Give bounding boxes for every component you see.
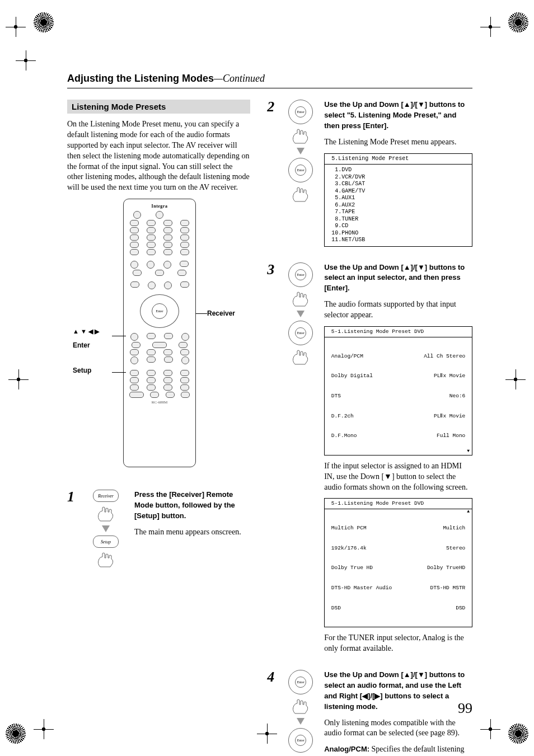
- osd-cell: Dolby True HD: [328, 565, 373, 571]
- step1-bold: Press the [Receiver] Remote Mode button,…: [134, 490, 235, 520]
- enter-center: Enter: [295, 106, 306, 118]
- osd-cell: DTS-HD MSTR: [430, 585, 469, 591]
- osd-cell: All Ch Stereo: [424, 353, 469, 360]
- arrow-down-icon: [297, 718, 305, 725]
- label: Analog/PCM:: [324, 745, 369, 753]
- osd-cell: D.F.2ch: [328, 413, 354, 420]
- registration-mark: [508, 12, 528, 32]
- hand-press-icon: [289, 186, 312, 203]
- hand-press-icon: [289, 128, 312, 144]
- left-column: Listening Mode Presets On the Listening …: [67, 100, 250, 756]
- crop-mark: [505, 369, 526, 389]
- step1-icons: Receiver Setup: [86, 490, 125, 568]
- step-2: 2 Enter Enter: [267, 100, 472, 252]
- t: ]/[: [411, 100, 418, 109]
- hand-press-icon: [289, 698, 312, 715]
- arrow-down-icon: [297, 311, 305, 317]
- osd-cell: Neo:6: [449, 393, 469, 400]
- osd-title: 5-1.Listening Mode Preset DVD: [325, 499, 472, 509]
- t: Use the Up and Down [: [324, 670, 404, 679]
- page-number: 99: [458, 700, 472, 717]
- crop-mark: [16, 50, 36, 71]
- osd-cell: DTS-HD Master Audio: [328, 585, 392, 591]
- callout-setup: Setup: [73, 367, 91, 374]
- osd-cell: Multich: [443, 525, 469, 532]
- step4-instruction: Use the Up and Down [▲]/[▼] buttons to s…: [324, 670, 472, 712]
- osd-cell: DSD: [328, 605, 341, 612]
- crop-mark: [34, 719, 54, 739]
- osd-cell: Full Mono: [437, 433, 469, 439]
- t: Use the Up and Down [: [324, 263, 404, 271]
- crop-mark: [480, 17, 500, 37]
- scroll-up-icon: ▲: [467, 509, 470, 514]
- callout-arrows-enter: ▲ ▼ ◀ ▶: [73, 327, 118, 335]
- enter-ring-icon: Enter: [288, 670, 313, 694]
- enter-ring-icon: Enter: [288, 158, 313, 182]
- remote-brand: Integra: [126, 204, 193, 209]
- step4-analogpcm: Analog/PCM: Specifies the default listen…: [324, 744, 472, 756]
- section-title: Listening Mode Presets: [67, 100, 250, 114]
- step-number: 3: [267, 262, 277, 660]
- osd-cell: Dolby Digital: [328, 373, 373, 379]
- osd-cell: PLⅡx Movie: [434, 373, 469, 379]
- intro-paragraph: On the Listening Mode Preset menu, you c…: [67, 119, 250, 193]
- setup-button-icon: Setup: [93, 536, 119, 548]
- remote-model: RC-688M: [126, 400, 193, 405]
- osd-cell: Analog/PCM: [328, 353, 363, 360]
- crop-mark: [480, 719, 500, 739]
- hand-press-icon: [95, 551, 117, 568]
- registration-mark: [508, 724, 528, 744]
- osd-title: 5.Listening Mode Preset: [325, 154, 472, 165]
- step3-body1: The audio formats supported by that inpu…: [324, 299, 472, 321]
- osd-cell: 192k/176.4k: [328, 545, 366, 552]
- two-column-layout: Listening Mode Presets On the Listening …: [67, 100, 472, 756]
- arrow-symbols: ▲ ▼ ◀ ▶: [73, 328, 99, 335]
- page: Adjusting the Listening Modes—Continued …: [0, 0, 534, 756]
- step2-body: The Listening Mode Preset menu appears.: [324, 137, 472, 148]
- enter-ring-icon: Enter: [288, 262, 313, 287]
- right-column: 2 Enter Enter: [267, 100, 472, 756]
- step-1: 1 Receiver Setup Press the [Receiver] Re…: [67, 490, 250, 568]
- enter-center: Enter: [295, 165, 306, 176]
- enter-ring-icon: Enter: [288, 728, 313, 753]
- osd-preset-dvd-2: 5-1.Listening Mode Preset DVD Multich PC…: [324, 498, 472, 627]
- osd-cell: D.F.Mono: [328, 433, 357, 439]
- enter-center: Enter: [295, 735, 306, 746]
- t: Use the Up and Down [: [324, 100, 404, 109]
- header-continued: —Continued: [214, 73, 265, 84]
- crop-mark: [6, 17, 26, 37]
- osd-cell: DTS: [328, 393, 341, 400]
- scroll-down-icon: ▼: [467, 448, 470, 454]
- step3-instruction: Use the Up and Down [▲]/[▼] buttons to s…: [324, 262, 472, 294]
- step-number: 2: [267, 100, 277, 252]
- enter-center: Enter: [295, 677, 306, 688]
- osd-preset-dvd-1: 5-1.Listening Mode Preset DVD Analog/PCM…: [324, 326, 472, 456]
- step1-instruction: Press the [Receiver] Remote Mode button,…: [134, 490, 250, 522]
- osd-body: Analog/PCMAll Ch Stereo Dolby DigitalPLⅡ…: [325, 337, 472, 455]
- arrow-down-icon: [102, 525, 110, 532]
- osd-cell: Stereo: [446, 545, 469, 552]
- callout-enter: Enter: [73, 341, 90, 349]
- callout-line: [112, 336, 126, 336]
- osd-cell: Multich PCM: [328, 525, 366, 532]
- step-3: 3 Enter Enter: [267, 262, 472, 660]
- step2-icons: Enter Enter: [284, 100, 317, 252]
- osd-title: 5-1.Listening Mode Preset DVD: [325, 327, 472, 337]
- enter-center: Enter: [295, 327, 306, 339]
- osd-cell: PLⅡx Movie: [434, 413, 469, 420]
- enter-center: Enter: [295, 269, 306, 280]
- osd-body: Multich PCMMultich 192k/176.4kStereo Dol…: [325, 509, 472, 627]
- callout-line: [196, 313, 207, 314]
- t: ]/[: [368, 692, 374, 700]
- step-4: 4 Enter Enter: [267, 670, 472, 756]
- hand-press-icon: [289, 290, 312, 307]
- enter-ring-icon: Enter: [288, 100, 313, 124]
- registration-mark: [34, 12, 54, 32]
- step2-instruction: Use the Up and Down [▲]/[▼] buttons to s…: [324, 100, 472, 132]
- step3-icons: Enter Enter: [284, 262, 317, 660]
- step1-body: The main menu appears onscreen.: [134, 527, 250, 538]
- header-title: Adjusting the Listening Modes: [67, 73, 214, 84]
- remote-control-illustration: Integra Enter: [123, 199, 196, 467]
- t: ]/[: [411, 670, 418, 679]
- receiver-button-icon: Receiver: [93, 490, 119, 502]
